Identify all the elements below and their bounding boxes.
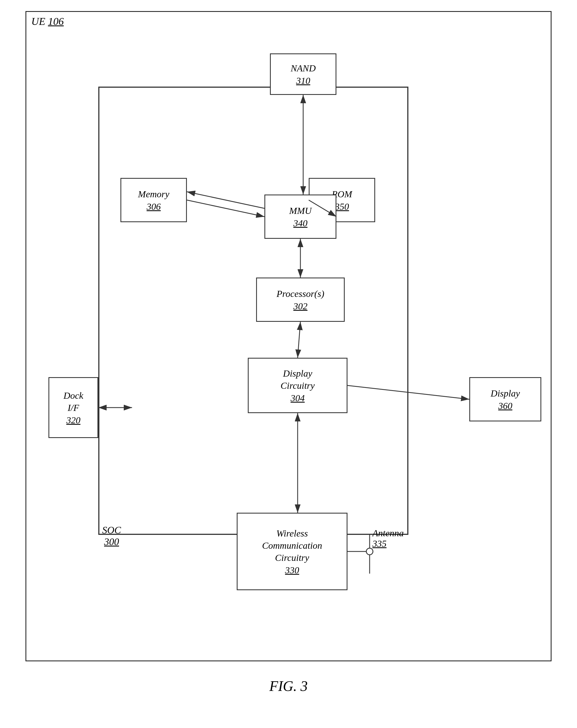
mmu-label: MMU (289, 205, 311, 217)
display-circ-box: DisplayCircuitry 304 (248, 358, 348, 413)
nand-label: NAND (291, 62, 316, 74)
mmu-num: 340 (294, 218, 308, 229)
display-circ-label: DisplayCircuitry (280, 367, 315, 392)
display-label: Display (491, 387, 520, 399)
wireless-label: WirelessCommunicationCircuitry (262, 527, 322, 564)
dock-label: DockI/F (64, 390, 83, 414)
diagram-area: SOC300 NAND 310 Memory 306 ROM 350 MMU 3… (37, 37, 540, 618)
processor-box: Processor(s) 302 (256, 278, 345, 322)
wireless-num: 330 (285, 565, 299, 575)
outer-frame: UE 106 SOC300 NAND 310 Memory 306 ROM 35… (25, 11, 552, 661)
display-box: Display 360 (469, 377, 541, 421)
svg-point-15 (366, 548, 373, 555)
nand-num: 310 (296, 76, 310, 86)
wireless-box: WirelessCommunicationCircuitry 330 (237, 513, 348, 590)
fig-label: FIG. 3 (269, 678, 308, 694)
memory-num: 306 (147, 202, 161, 212)
nand-box: NAND 310 (270, 53, 336, 95)
dock-box: DockI/F 320 (48, 377, 98, 438)
memory-box: Memory 306 (121, 178, 187, 222)
soc-label: SOC300 (102, 524, 121, 548)
mmu-box: MMU 340 (265, 194, 336, 239)
antenna-label: Antenna335 (372, 528, 404, 549)
memory-label: Memory (138, 188, 169, 200)
soc-box: SOC300 (98, 86, 408, 535)
processor-label: Processor(s) (277, 288, 325, 300)
processor-num: 302 (294, 301, 308, 312)
display-num: 360 (498, 401, 512, 411)
rom-num: 350 (335, 202, 349, 212)
dock-num: 320 (67, 415, 80, 425)
ue-label: UE 106 (31, 15, 64, 27)
display-circ-num: 304 (291, 393, 305, 404)
